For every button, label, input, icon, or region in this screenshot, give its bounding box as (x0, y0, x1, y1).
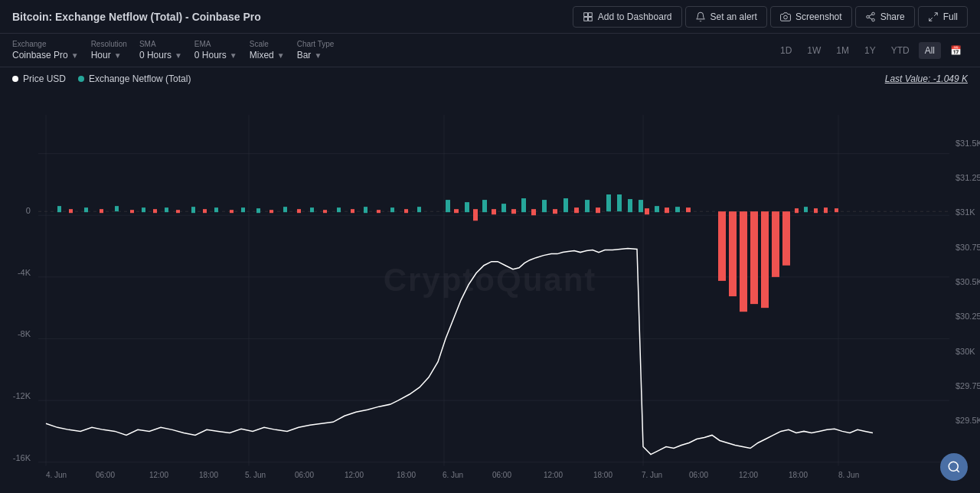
svg-text:06:00: 06:00 (689, 471, 708, 479)
scale-select[interactable]: Mixed ▼ (250, 50, 285, 60)
svg-rect-60 (130, 210, 134, 213)
svg-line-10 (934, 12, 937, 15)
share-icon (865, 11, 876, 22)
svg-text:-4K: -4K (18, 268, 31, 277)
exchange-select[interactable]: Coinbase Pro ▼ (12, 50, 79, 60)
chart-type-group: Chart Type Bar ▼ (297, 40, 335, 60)
svg-text:-12K: -12K (13, 391, 31, 400)
svg-rect-118 (824, 207, 828, 213)
svg-rect-108 (718, 211, 726, 281)
sma-label: SMA (139, 40, 182, 48)
svg-rect-78 (364, 207, 368, 213)
set-alert-button[interactable]: Set an alert (685, 6, 767, 28)
header: Bitcoin: Exchange Netflow (Total) - Coin… (0, 0, 980, 34)
time-btn-1w[interactable]: 1W (801, 42, 827, 59)
svg-rect-109 (729, 211, 737, 296)
svg-rect-55 (57, 206, 61, 212)
svg-rect-90 (511, 209, 516, 214)
netflow-legend-item: Exchange Netflow (Total) (78, 73, 191, 84)
time-btn-1d[interactable]: 1D (774, 42, 798, 59)
calendar-button[interactable]: 📅 (944, 42, 968, 59)
svg-text:18:00: 18:00 (397, 471, 416, 479)
svg-text:$30.5K: $30.5K (956, 277, 980, 286)
chart-container: Price USD Exchange Netflow (Total) Last … (0, 67, 980, 493)
chart-svg: 0 -4K -8K -12K -16K $31.5K $31.25K $31K … (0, 92, 980, 493)
chart-type-label: Chart Type (297, 40, 335, 48)
netflow-legend-label: Exchange Netflow (Total) (89, 73, 191, 84)
svg-text:-8K: -8K (18, 329, 31, 338)
svg-rect-69 (241, 207, 245, 212)
svg-text:$30K: $30K (956, 347, 975, 356)
price-legend-dot (12, 76, 18, 82)
time-btn-all[interactable]: All (919, 42, 941, 59)
svg-rect-66 (203, 209, 207, 213)
resolution-arrow: ▼ (114, 51, 122, 60)
svg-rect-97 (585, 200, 590, 212)
time-btn-ytd[interactable]: YTD (885, 42, 916, 59)
exchange-group: Exchange Coinbase Pro ▼ (12, 40, 79, 60)
resolution-select[interactable]: Hour ▼ (91, 50, 127, 60)
svg-rect-87 (482, 200, 487, 212)
svg-rect-86 (473, 209, 478, 220)
svg-rect-58 (100, 209, 103, 213)
svg-rect-91 (521, 198, 526, 212)
time-range-controls: 1D 1W 1M 1Y YTD All 📅 (774, 42, 968, 59)
svg-text:$31K: $31K (956, 207, 975, 217)
svg-rect-88 (492, 209, 496, 214)
svg-text:4. Jun: 4. Jun (46, 471, 67, 479)
svg-text:12:00: 12:00 (544, 471, 563, 479)
resolution-group: Resolution Hour ▼ (91, 40, 127, 60)
svg-rect-3 (588, 17, 592, 21)
svg-rect-83 (446, 200, 450, 212)
ema-select[interactable]: 0 Hours ▼ (194, 50, 237, 60)
screenshot-button[interactable]: Screenshot (770, 6, 852, 28)
svg-rect-100 (617, 194, 622, 211)
svg-rect-119 (835, 208, 838, 212)
bell-icon (695, 11, 706, 22)
svg-point-120 (949, 462, 958, 471)
svg-rect-102 (639, 200, 643, 212)
scale-arrow: ▼ (277, 51, 285, 60)
svg-rect-67 (214, 207, 218, 212)
fullscreen-icon (928, 11, 939, 22)
exchange-label: Exchange (12, 40, 79, 48)
toolbar: Exchange Coinbase Pro ▼ Resolution Hour … (0, 34, 980, 67)
svg-rect-56 (69, 209, 73, 213)
full-button[interactable]: Full (918, 6, 968, 28)
chart-svg-wrapper: 0 -4K -8K -12K -16K $31.5K $31.25K $31K … (0, 92, 980, 493)
svg-rect-2 (584, 17, 588, 21)
sma-select[interactable]: 0 Hours ▼ (139, 50, 182, 60)
svg-rect-103 (645, 208, 649, 214)
scale-group: Scale Mixed ▼ (250, 40, 285, 60)
time-btn-1m[interactable]: 1M (830, 42, 855, 59)
svg-rect-81 (404, 209, 408, 213)
share-button[interactable]: Share (855, 6, 915, 28)
svg-rect-89 (501, 204, 506, 212)
search-button[interactable] (940, 453, 968, 481)
svg-rect-72 (283, 207, 287, 212)
resolution-label: Resolution (91, 40, 127, 48)
svg-rect-111 (750, 211, 758, 304)
svg-rect-71 (270, 210, 273, 213)
svg-point-7 (871, 18, 874, 21)
svg-rect-70 (256, 208, 260, 213)
svg-text:12:00: 12:00 (149, 471, 168, 479)
sma-group: SMA 0 Hours ▼ (139, 40, 182, 60)
add-to-dashboard-button[interactable]: Add to Dashboard (573, 6, 682, 28)
svg-rect-105 (665, 207, 669, 213)
svg-rect-110 (740, 211, 747, 312)
svg-rect-114 (782, 211, 790, 266)
svg-point-4 (784, 15, 788, 19)
chart-type-select[interactable]: Bar ▼ (297, 50, 335, 60)
search-icon (947, 460, 961, 474)
netflow-legend-dot (78, 76, 84, 82)
svg-rect-80 (390, 207, 394, 212)
header-actions: Add to Dashboard Set an alert Screenshot… (573, 6, 968, 28)
time-btn-1y[interactable]: 1Y (858, 42, 882, 59)
svg-text:12:00: 12:00 (739, 471, 758, 479)
svg-text:06:00: 06:00 (96, 471, 115, 479)
exchange-arrow: ▼ (71, 51, 79, 60)
svg-rect-73 (297, 209, 301, 213)
svg-text:$30.25K: $30.25K (956, 312, 980, 321)
svg-rect-94 (553, 209, 557, 214)
